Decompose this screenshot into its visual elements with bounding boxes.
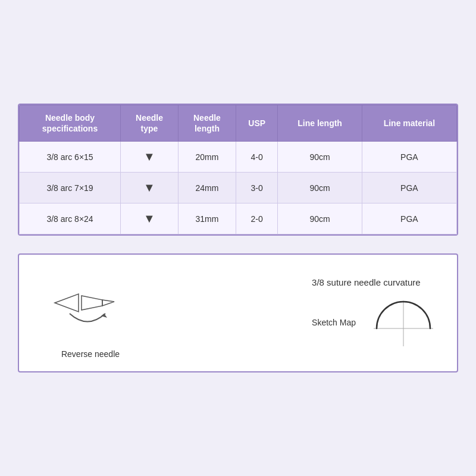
cell-usp: 3-0: [236, 173, 278, 203]
table-row: 3/8 arc 7×19▼24mm3-090cmPGA: [20, 173, 457, 203]
curvature-title: 3/8 suture needle curvature: [312, 277, 439, 287]
curvature-section: 3/8 suture needle curvature Sketch Map: [312, 277, 439, 349]
cell-line_length: 90cm: [278, 203, 362, 234]
reverse-needle-svg: [37, 267, 144, 339]
reverse-needle-section: Reverse needle: [37, 267, 144, 359]
table-row: 3/8 arc 6×15▼20mm4-090cmPGA: [20, 142, 457, 173]
col-header-line-length: Line length: [278, 105, 362, 141]
table-row: 3/8 arc 8×24▼31mm2-090cmPGA: [20, 203, 457, 234]
col-header-type: Needletype: [121, 105, 178, 141]
cell-line_length: 90cm: [278, 142, 362, 173]
needle-diagram: Reverse needle 3/8 suture needle curvatu…: [18, 253, 458, 372]
cell-line_material: PGA: [362, 142, 456, 173]
sketch-row: Sketch Map: [312, 296, 439, 349]
svg-marker-3: [101, 314, 107, 318]
cell-line_length: 90cm: [278, 173, 362, 203]
cell-line_material: PGA: [362, 203, 456, 234]
cell-length: 20mm: [178, 142, 236, 173]
col-header-usp: USP: [236, 105, 278, 141]
cell-usp: 4-0: [236, 142, 278, 173]
col-header-spec: Needle bodyspecifications: [20, 105, 121, 141]
col-header-length: Needlelength: [178, 105, 236, 141]
cell-usp: 2-0: [236, 203, 278, 234]
cell-type: ▼: [121, 203, 178, 234]
svg-marker-0: [55, 294, 79, 312]
cell-type: ▼: [121, 142, 178, 173]
cell-type: ▼: [121, 173, 178, 203]
cell-spec: 3/8 arc 8×24: [20, 203, 121, 234]
svg-marker-2: [102, 300, 114, 306]
col-header-line-material: Line material: [362, 105, 456, 141]
cell-length: 24mm: [178, 173, 236, 203]
cell-spec: 3/8 arc 7×19: [20, 173, 121, 203]
cell-spec: 3/8 arc 6×15: [20, 142, 121, 173]
sketch-label: Sketch Map: [312, 318, 356, 327]
table-header-row: Needle bodyspecifications Needletype Nee…: [20, 105, 457, 141]
arc-svg: [368, 296, 439, 349]
cell-length: 31mm: [178, 203, 236, 234]
reverse-needle-label: Reverse needle: [61, 349, 120, 359]
needle-specs-table: Needle bodyspecifications Needletype Nee…: [18, 104, 458, 236]
cell-line_material: PGA: [362, 173, 456, 203]
svg-marker-1: [82, 296, 102, 310]
